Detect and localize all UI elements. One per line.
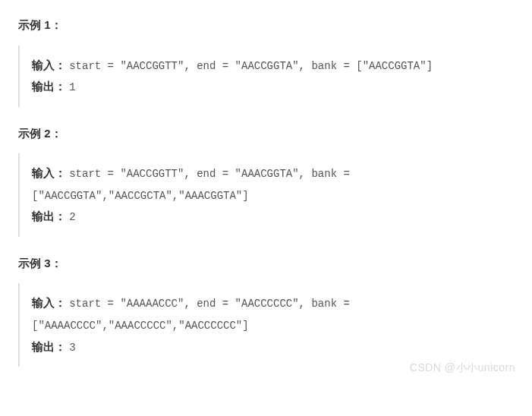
example-1-output-line: 输出： 1 [32,76,514,98]
example-3-output-line: 输出： 3 [32,336,514,358]
output-value: 3 [69,342,75,354]
output-label: 输出： [32,210,66,222]
input-code: start = "AACCGGTT", end = "AAACGGTA", ba… [32,168,350,202]
input-label: 输入： [32,58,66,71]
example-3-heading: 示例 3： [18,254,514,273]
example-3: 示例 3： 输入： start = "AAAAACCC", end = "AAC… [18,254,514,367]
example-1-heading: 示例 1： [18,15,514,35]
example-2-input-line: 输入： start = "AACCGGTT", end = "AAACGGTA"… [32,162,514,206]
output-value: 1 [69,81,75,93]
output-label: 输出： [32,340,66,353]
example-2-block: 输入： start = "AACCGGTT", end = "AAACGGTA"… [18,153,514,237]
output-label: 输出： [32,80,66,93]
input-code: start = "AACCGGTT", end = "AACCGGTA", ba… [69,60,433,72]
input-label: 输入： [32,166,66,179]
example-1-input-line: 输入： start = "AACCGGTT", end = "AACCGGTA"… [32,55,514,77]
input-label: 输入： [32,296,66,309]
input-code: start = "AAAAACCC", end = "AACCCCCC", ba… [32,298,350,332]
example-3-input-line: 输入： start = "AAAAACCC", end = "AACCCCCC"… [32,292,514,336]
example-2-output-line: 输出： 2 [32,206,514,228]
example-2: 示例 2： 输入： start = "AACCGGTT", end = "AAA… [18,124,514,237]
example-1-block: 输入： start = "AACCGGTT", end = "AACCGGTA"… [18,46,514,107]
example-1: 示例 1： 输入： start = "AACCGGTT", end = "AAC… [18,15,514,107]
example-3-block: 输入： start = "AAAAACCC", end = "AACCCCCC"… [18,283,514,367]
output-value: 2 [69,211,75,223]
example-2-heading: 示例 2： [18,124,514,143]
